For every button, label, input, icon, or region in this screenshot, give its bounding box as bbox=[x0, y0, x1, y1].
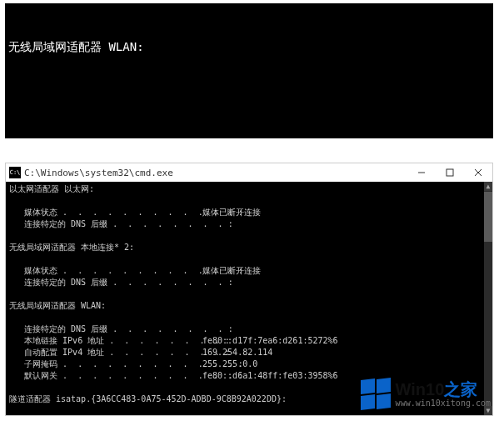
maximize-button[interactable] bbox=[436, 163, 464, 182]
cfg-row: 连接特定的 DNS 后缀 . . . . . . . . : bbox=[9, 323, 481, 335]
adapter-header: 无线局域网适配器 WLAN: bbox=[8, 38, 490, 55]
window-title: C:\Windows\system32\cmd.exe bbox=[24, 168, 407, 178]
cfg-row: 自动配置 IPv4 地址 . . . . . . . . :169.254.82… bbox=[9, 347, 481, 358]
cfg-label: 连接特定的 DNS 后缀 . . . . . . . . : bbox=[9, 278, 233, 287]
blank-line bbox=[9, 195, 481, 207]
titlebar[interactable]: C:\Windows\system32\cmd.exe bbox=[6, 163, 492, 183]
window-controls bbox=[407, 163, 492, 182]
scroll-down-arrow[interactable]: ▼ bbox=[484, 406, 492, 415]
cfg-label: 本地链接 IPv6 地址 . . . . . . . . : bbox=[9, 336, 230, 345]
blank-line bbox=[9, 288, 481, 300]
blank-line bbox=[8, 88, 490, 105]
blank-line bbox=[9, 230, 481, 242]
console-output-top: 无线局域网适配器 WLAN: 连接特定的 DNS 后缀 . . . . . . … bbox=[5, 3, 493, 138]
cfg-label: 连接特定的 DNS 后缀 . . . . . . . . : bbox=[9, 219, 233, 228]
cfg-label: 自动配置 IPv4 地址 . . . . . . . . : bbox=[9, 348, 230, 357]
adapter-header: 无线局域网适配器 WLAN: bbox=[9, 300, 481, 312]
cfg-value: fe80::d6a1:48ff:fe03:3958%6 bbox=[202, 370, 338, 382]
cmd-window: C:\Windows\system32\cmd.exe 以太网适配器 以太网: … bbox=[5, 163, 493, 416]
adapter-header: 无线局域网适配器 本地连接* 2: bbox=[9, 242, 481, 253]
scroll-up-arrow[interactable]: ▲ bbox=[484, 182, 492, 191]
cfg-value: 255.255.0.0 bbox=[202, 358, 257, 370]
blank-line bbox=[9, 312, 481, 323]
cfg-row: 连接特定的 DNS 后缀 . . . . . . . . : bbox=[9, 218, 481, 230]
cfg-label: 连接特定的 DNS 后缀 . . . . . . . . : bbox=[9, 324, 233, 333]
cfg-row: 本地链接 IPv6 地址 . . . . . . . . :fe80::d17f… bbox=[9, 335, 481, 347]
scroll-thumb[interactable] bbox=[484, 192, 492, 242]
svg-rect-1 bbox=[447, 169, 453, 176]
minimize-button[interactable] bbox=[407, 163, 436, 182]
blank-line bbox=[9, 253, 481, 265]
cfg-value: 媒体已断开连接 bbox=[202, 207, 261, 218]
cfg-row: 媒体状态 . . . . . . . . . . . . :媒体已断开连接 bbox=[9, 265, 481, 277]
cfg-value: 169.254.82.114 bbox=[202, 347, 272, 358]
cfg-value: 媒体已断开连接 bbox=[202, 265, 261, 277]
blank-line bbox=[9, 382, 481, 393]
adapter-header: 隧道适配器 isatap.{3A6CC483-0A75-452D-ADBD-9C… bbox=[9, 393, 481, 405]
cfg-row: 默认网关 . . . . . . . . . . . . :fe80::d6a1… bbox=[9, 370, 481, 382]
vertical-scrollbar[interactable]: ▲ ▼ bbox=[484, 182, 492, 415]
blank-line bbox=[9, 405, 481, 415]
cfg-row: 连接特定的 DNS 后缀 . . . . . . . . : bbox=[9, 277, 481, 288]
cmd-icon bbox=[9, 167, 21, 178]
cfg-row: 子网掩码 . . . . . . . . . . . . :255.255.0.… bbox=[9, 358, 481, 370]
cfg-value: fe80::d17f:7ea6:d261:5272%6 bbox=[202, 335, 338, 347]
close-button[interactable] bbox=[464, 163, 492, 182]
cfg-row: 媒体状态 . . . . . . . . . . . . :媒体已断开连接 bbox=[9, 207, 481, 218]
adapter-header: 以太网适配器 以太网: bbox=[9, 183, 481, 195]
console-output[interactable]: 以太网适配器 以太网: 媒体状态 . . . . . . . . . . . .… bbox=[6, 182, 484, 415]
